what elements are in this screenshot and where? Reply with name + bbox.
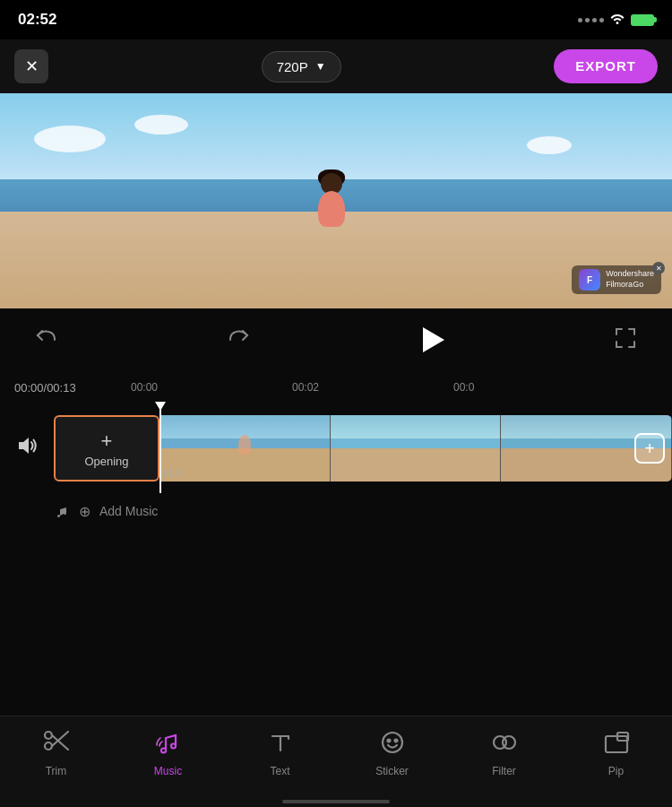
tool-text[interactable]: Text (254, 729, 307, 777)
music-icon (155, 729, 182, 759)
text-icon (267, 729, 294, 759)
ruler-mark-2: 00:0 (453, 381, 543, 394)
fullscreen-button[interactable] (606, 320, 645, 360)
add-music-icon: ⊕ (79, 503, 90, 520)
opening-clip[interactable]: + Opening (54, 415, 159, 482)
logo-icon: F (587, 275, 592, 285)
status-bar: 02:52 (0, 0, 672, 39)
export-label: EXPORT (575, 58, 636, 74)
redo-icon (227, 325, 250, 354)
trim-label: Trim (46, 765, 67, 777)
watermark-text: Wondershare FilmoraGo (606, 269, 654, 290)
signal-dot-4 (599, 18, 604, 22)
time-counter: 00:00/00:13 (14, 381, 122, 395)
watermark-line2: FilmoraGo (606, 280, 654, 291)
undo-icon (35, 325, 58, 354)
close-icon: ✕ (25, 56, 39, 76)
ruler-mark-1: 00:02 (292, 381, 382, 394)
close-button[interactable]: ✕ (14, 49, 48, 83)
redo-button[interactable] (219, 320, 258, 360)
fullscreen-icon (614, 326, 637, 353)
quality-dropdown[interactable]: 720P ▼ (262, 51, 341, 82)
tool-filter[interactable]: Filter (478, 729, 531, 777)
home-indicator (0, 796, 672, 807)
playhead-head (155, 402, 166, 411)
sticker-label: Sticker (375, 765, 409, 777)
filter-icon (491, 729, 518, 759)
editor-section: 00:00/00:13 00:00 00:02 00:0 (0, 308, 672, 807)
tool-music[interactable]: Music (142, 729, 195, 777)
watermark-close[interactable]: ✕ (652, 262, 665, 274)
watermark-logo: F (579, 269, 600, 291)
timeline-header: 00:00/00:13 00:00 00:02 00:0 (0, 371, 672, 404)
add-clip-plus-icon: + (644, 438, 655, 459)
svg-point-0 (45, 742, 52, 750)
text-label: Text (270, 765, 289, 777)
wifi-icon (609, 12, 625, 28)
video-preview: ✕ F Wondershare FilmoraGo (0, 93, 672, 308)
play-icon (423, 327, 444, 352)
signal-dot-3 (592, 18, 597, 22)
svg-line-3 (52, 735, 68, 750)
signal-dot-2 (585, 18, 590, 22)
signal-dot-1 (578, 18, 582, 22)
volume-icon[interactable] (0, 433, 54, 464)
beach-scene: ✕ F Wondershare FilmoraGo (0, 93, 672, 308)
add-music-label: Add Music (99, 504, 158, 518)
signal-dots (578, 18, 604, 22)
battery-icon (631, 14, 654, 26)
cloud-3 (527, 136, 572, 154)
controls-row (0, 308, 672, 371)
opening-plus-icon: + (101, 430, 113, 453)
tool-sticker[interactable]: Sticker (366, 729, 419, 777)
top-toolbar: ✕ 720P ▼ EXPORT (0, 39, 672, 93)
svg-line-2 (52, 732, 68, 746)
speed-badge: x1.0 (163, 467, 182, 478)
sticker-icon (379, 729, 406, 759)
svg-point-7 (383, 733, 402, 752)
filter-label: Filter (492, 765, 516, 777)
svg-point-11 (503, 736, 515, 749)
status-icons (578, 12, 654, 28)
tool-pip[interactable]: Pip (590, 729, 643, 777)
video-clip[interactable]: x1.0 + (159, 415, 672, 482)
home-bar (282, 800, 390, 803)
watermark-line1: Wondershare (606, 269, 654, 280)
timeline-ruler: 00:00 00:02 00:0 (122, 381, 672, 394)
music-label: Music (154, 765, 182, 777)
ruler-mark-0: 00:00 (131, 381, 220, 394)
play-button[interactable] (410, 318, 453, 361)
watermark-close-icon: ✕ (656, 265, 662, 273)
main-content: ✕ 720P ▼ EXPORT ✕ (0, 39, 672, 807)
trim-icon (43, 728, 70, 759)
person-figure (309, 164, 354, 227)
cloud-2 (134, 115, 188, 134)
svg-point-1 (45, 732, 52, 739)
watermark: ✕ F Wondershare FilmoraGo (572, 265, 661, 294)
quality-label: 720P (277, 59, 308, 74)
music-track[interactable]: ⊕ Add Music (0, 493, 672, 529)
pip-icon (603, 729, 630, 759)
person-body (318, 191, 345, 227)
add-clip-button[interactable]: + (634, 433, 665, 464)
chevron-down-icon: ▼ (315, 60, 326, 73)
clip-frame-2 (331, 415, 502, 482)
timeline-track-area: + Opening (0, 404, 672, 493)
playhead (159, 404, 161, 493)
tool-trim[interactable]: Trim (30, 728, 83, 777)
undo-button[interactable] (27, 320, 66, 360)
video-clip-inner: x1.0 (159, 415, 672, 482)
svg-point-8 (387, 739, 390, 742)
clip-frame-1 (159, 415, 331, 482)
cloud-1 (34, 126, 106, 152)
music-note-icon (54, 503, 70, 519)
bottom-toolbar: Trim Music (0, 716, 672, 796)
opening-label: Opening (84, 455, 128, 468)
svg-point-9 (394, 739, 397, 742)
timeline-spacer (0, 529, 672, 716)
pip-label: Pip (608, 765, 624, 777)
track-container: + Opening (54, 412, 672, 484)
export-button[interactable]: EXPORT (554, 49, 658, 83)
status-time: 02:52 (18, 11, 56, 29)
